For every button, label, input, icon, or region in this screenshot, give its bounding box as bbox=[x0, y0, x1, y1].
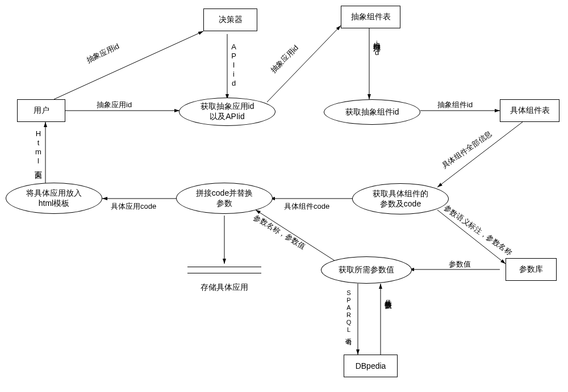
edge-get-values-dbpedia: SPARQL语句 bbox=[344, 289, 353, 335]
edge-get-component-concrete-table: 抽象组件id bbox=[437, 100, 473, 110]
node-concat-code-replace-label: 拼接code并替换 参数 bbox=[196, 188, 253, 209]
node-concat-code-replace: 拼接code并替换 参数 bbox=[176, 183, 273, 214]
node-user-label: 用户 bbox=[34, 106, 49, 116]
node-store-concrete-app-label: 存储具体应用 bbox=[201, 283, 248, 293]
edge-concrete-table-get-concrete: 具体组件全部信息 bbox=[440, 129, 494, 171]
node-get-abstract-app-api-label: 获取抽象应用id 以及APIid bbox=[201, 102, 254, 122]
edge-get-values-concat: 参数名称，参数值 bbox=[252, 213, 307, 252]
node-put-into-template: 将具体应用放入 html模板 bbox=[6, 183, 102, 214]
node-get-abstract-app-api: 获取抽象应用id 以及APIid bbox=[179, 98, 275, 126]
datastore-line-top bbox=[187, 267, 261, 267]
edge-put-template-user: Html页面 bbox=[33, 129, 43, 167]
node-get-abstract-component-id: 获取抽象组件id bbox=[324, 99, 420, 125]
node-param-store: 参数库 bbox=[506, 258, 557, 281]
datastore-line-bottom bbox=[187, 273, 261, 273]
edge-get-abstract-table: 抽象应用id bbox=[269, 43, 301, 75]
edge-user-get-abstract: 抽象应用id bbox=[97, 100, 132, 110]
edge-table-get-component: 组件排列id bbox=[371, 37, 382, 57]
node-decider: 决策器 bbox=[203, 9, 257, 31]
node-param-store-label: 参数库 bbox=[519, 264, 543, 275]
node-get-param-values-label: 获取所需参数值 bbox=[339, 265, 394, 275]
edge-concat-put-template: 具体应用code bbox=[111, 201, 156, 212]
edge-param-store-get-values: 参数值 bbox=[449, 259, 471, 269]
node-concrete-component-table-label: 具体组件表 bbox=[510, 106, 550, 116]
svg-line-0 bbox=[54, 31, 203, 99]
node-put-into-template-label: 将具体应用放入 html模板 bbox=[26, 188, 82, 209]
node-dbpedia: DBpedia bbox=[344, 355, 398, 377]
node-decider-label: 决策器 bbox=[219, 15, 243, 25]
node-abstract-component-table: 抽象组件表 bbox=[341, 6, 400, 28]
node-get-concrete-component: 获取具体组件的 参数及code bbox=[352, 183, 449, 214]
edge-get-concrete-concat: 具体组件code bbox=[284, 201, 329, 212]
edge-get-concrete-param-store: 参数语义标注，参数名称 bbox=[442, 203, 514, 258]
node-get-concrete-component-label: 获取具体组件的 参数及code bbox=[373, 189, 428, 209]
edge-decider-get-abstract: APIid bbox=[229, 43, 238, 88]
node-store-concrete-app: 存储具体应用 bbox=[187, 261, 261, 293]
node-concrete-component-table: 具体组件表 bbox=[500, 99, 559, 122]
edge-dbpedia-get-values: 具体参数值 bbox=[383, 294, 393, 297]
node-user: 用户 bbox=[17, 99, 65, 122]
node-abstract-component-table-label: 抽象组件表 bbox=[351, 12, 391, 22]
node-get-abstract-component-id-label: 获取抽象组件id bbox=[345, 107, 399, 117]
node-get-param-values: 获取所需参数值 bbox=[321, 256, 412, 284]
node-dbpedia-label: DBpedia bbox=[356, 361, 386, 370]
edge-user-decider: 抽象应用id bbox=[85, 41, 121, 66]
